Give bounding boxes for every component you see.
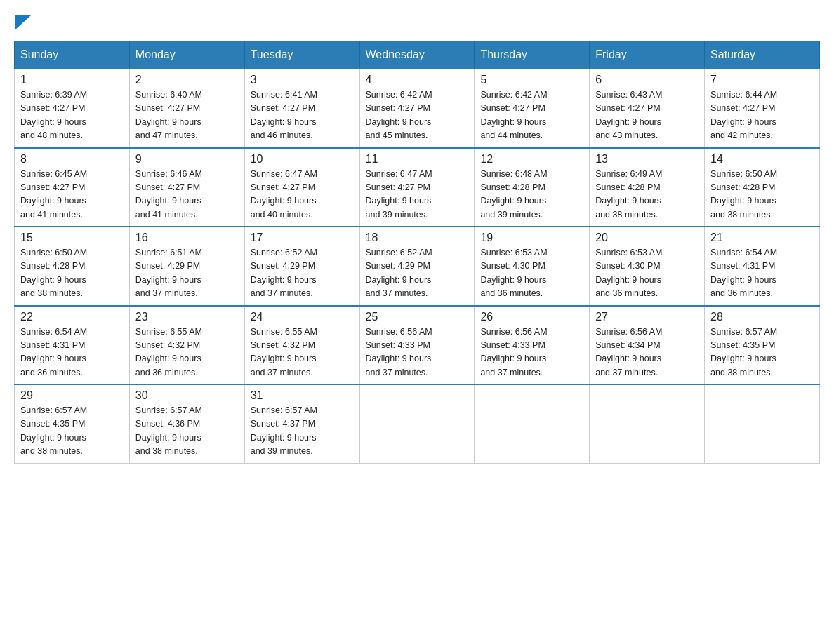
logo xyxy=(14,14,31,27)
day-info: Sunrise: 6:56 AMSunset: 4:33 PMDaylight:… xyxy=(480,326,583,380)
calendar-cell xyxy=(359,384,475,463)
day-number: 14 xyxy=(710,153,814,166)
day-info: Sunrise: 6:57 AMSunset: 4:37 PMDaylight:… xyxy=(251,404,354,459)
calendar-cell: 23Sunrise: 6:55 AMSunset: 4:32 PMDayligh… xyxy=(129,306,244,385)
day-number: 31 xyxy=(251,389,354,402)
day-info: Sunrise: 6:44 AMSunset: 4:27 PMDaylight:… xyxy=(710,88,814,143)
day-number: 4 xyxy=(366,74,469,86)
col-header-thursday: Thursday xyxy=(475,41,590,69)
calendar-cell: 22Sunrise: 6:54 AMSunset: 4:31 PMDayligh… xyxy=(15,306,130,385)
day-info: Sunrise: 6:52 AMSunset: 4:29 PMDaylight:… xyxy=(251,246,354,301)
day-info: Sunrise: 6:56 AMSunset: 4:34 PMDaylight:… xyxy=(595,326,699,380)
day-number: 24 xyxy=(251,311,354,323)
svg-marker-0 xyxy=(15,15,31,29)
calendar-cell: 30Sunrise: 6:57 AMSunset: 4:36 PMDayligh… xyxy=(129,384,244,463)
day-number: 12 xyxy=(480,153,583,166)
day-info: Sunrise: 6:57 AMSunset: 4:35 PMDaylight:… xyxy=(710,326,814,380)
col-header-wednesday: Wednesday xyxy=(359,41,475,69)
col-header-friday: Friday xyxy=(590,41,705,69)
day-info: Sunrise: 6:51 AMSunset: 4:29 PMDaylight:… xyxy=(135,246,239,301)
calendar-cell: 25Sunrise: 6:56 AMSunset: 4:33 PMDayligh… xyxy=(359,306,475,385)
day-number: 7 xyxy=(710,74,814,86)
calendar-cell: 4Sunrise: 6:42 AMSunset: 4:27 PMDaylight… xyxy=(359,69,475,148)
calendar-cell: 15Sunrise: 6:50 AMSunset: 4:28 PMDayligh… xyxy=(15,227,130,306)
day-info: Sunrise: 6:47 AMSunset: 4:27 PMDaylight:… xyxy=(366,168,469,222)
day-number: 8 xyxy=(20,153,124,166)
calendar-cell: 9Sunrise: 6:46 AMSunset: 4:27 PMDaylight… xyxy=(129,148,244,227)
day-number: 22 xyxy=(20,311,124,323)
calendar-week-3: 15Sunrise: 6:50 AMSunset: 4:28 PMDayligh… xyxy=(15,227,820,306)
calendar-cell: 1Sunrise: 6:39 AMSunset: 4:27 PMDaylight… xyxy=(15,69,130,148)
day-info: Sunrise: 6:40 AMSunset: 4:27 PMDaylight:… xyxy=(135,88,239,143)
calendar-cell: 5Sunrise: 6:42 AMSunset: 4:27 PMDaylight… xyxy=(475,69,590,148)
calendar-cell: 2Sunrise: 6:40 AMSunset: 4:27 PMDaylight… xyxy=(129,69,244,148)
day-number: 3 xyxy=(251,74,354,86)
day-info: Sunrise: 6:55 AMSunset: 4:32 PMDaylight:… xyxy=(251,326,354,380)
calendar-cell: 27Sunrise: 6:56 AMSunset: 4:34 PMDayligh… xyxy=(590,306,705,385)
day-number: 1 xyxy=(20,74,124,86)
col-header-saturday: Saturday xyxy=(705,41,820,69)
calendar-cell: 11Sunrise: 6:47 AMSunset: 4:27 PMDayligh… xyxy=(359,148,475,227)
day-number: 23 xyxy=(135,311,239,323)
logo-triangle-icon xyxy=(15,15,31,29)
day-info: Sunrise: 6:57 AMSunset: 4:36 PMDaylight:… xyxy=(135,404,239,459)
day-info: Sunrise: 6:57 AMSunset: 4:35 PMDaylight:… xyxy=(20,404,124,459)
calendar-cell: 17Sunrise: 6:52 AMSunset: 4:29 PMDayligh… xyxy=(244,227,359,306)
calendar-cell: 7Sunrise: 6:44 AMSunset: 4:27 PMDaylight… xyxy=(705,69,820,148)
calendar-cell: 18Sunrise: 6:52 AMSunset: 4:29 PMDayligh… xyxy=(359,227,475,306)
day-number: 18 xyxy=(366,232,469,244)
calendar-cell: 13Sunrise: 6:49 AMSunset: 4:28 PMDayligh… xyxy=(590,148,705,227)
col-header-sunday: Sunday xyxy=(15,41,130,69)
calendar-cell: 20Sunrise: 6:53 AMSunset: 4:30 PMDayligh… xyxy=(590,227,705,306)
day-info: Sunrise: 6:54 AMSunset: 4:31 PMDaylight:… xyxy=(20,326,124,380)
calendar-table: SundayMondayTuesdayWednesdayThursdayFrid… xyxy=(14,41,820,464)
day-number: 25 xyxy=(366,311,469,323)
calendar-cell: 21Sunrise: 6:54 AMSunset: 4:31 PMDayligh… xyxy=(705,227,820,306)
day-info: Sunrise: 6:47 AMSunset: 4:27 PMDaylight:… xyxy=(251,168,354,222)
day-number: 5 xyxy=(480,74,583,86)
day-info: Sunrise: 6:53 AMSunset: 4:30 PMDaylight:… xyxy=(595,246,699,301)
calendar-cell: 12Sunrise: 6:48 AMSunset: 4:28 PMDayligh… xyxy=(475,148,590,227)
day-number: 19 xyxy=(480,232,583,244)
calendar-cell: 19Sunrise: 6:53 AMSunset: 4:30 PMDayligh… xyxy=(475,227,590,306)
calendar-cell xyxy=(590,384,705,463)
day-info: Sunrise: 6:45 AMSunset: 4:27 PMDaylight:… xyxy=(20,168,124,222)
calendar-cell: 26Sunrise: 6:56 AMSunset: 4:33 PMDayligh… xyxy=(475,306,590,385)
day-number: 10 xyxy=(251,153,354,166)
calendar-cell: 14Sunrise: 6:50 AMSunset: 4:28 PMDayligh… xyxy=(705,148,820,227)
calendar-week-2: 8Sunrise: 6:45 AMSunset: 4:27 PMDaylight… xyxy=(15,148,820,227)
col-header-monday: Monday xyxy=(129,41,244,69)
day-number: 20 xyxy=(595,232,699,244)
day-info: Sunrise: 6:53 AMSunset: 4:30 PMDaylight:… xyxy=(480,246,583,301)
day-number: 2 xyxy=(135,74,239,86)
calendar-cell: 28Sunrise: 6:57 AMSunset: 4:35 PMDayligh… xyxy=(705,306,820,385)
calendar-cell: 16Sunrise: 6:51 AMSunset: 4:29 PMDayligh… xyxy=(129,227,244,306)
calendar-cell: 3Sunrise: 6:41 AMSunset: 4:27 PMDaylight… xyxy=(244,69,359,148)
day-number: 17 xyxy=(251,232,354,244)
day-number: 29 xyxy=(20,389,124,402)
day-info: Sunrise: 6:41 AMSunset: 4:27 PMDaylight:… xyxy=(251,88,354,143)
day-info: Sunrise: 6:55 AMSunset: 4:32 PMDaylight:… xyxy=(135,326,239,380)
day-info: Sunrise: 6:56 AMSunset: 4:33 PMDaylight:… xyxy=(366,326,469,380)
calendar-cell xyxy=(705,384,820,463)
day-number: 16 xyxy=(135,232,239,244)
day-info: Sunrise: 6:49 AMSunset: 4:28 PMDaylight:… xyxy=(595,168,699,222)
calendar-cell: 24Sunrise: 6:55 AMSunset: 4:32 PMDayligh… xyxy=(244,306,359,385)
calendar-week-4: 22Sunrise: 6:54 AMSunset: 4:31 PMDayligh… xyxy=(15,306,820,385)
calendar-week-1: 1Sunrise: 6:39 AMSunset: 4:27 PMDaylight… xyxy=(15,69,820,148)
day-number: 13 xyxy=(595,153,699,166)
calendar-cell: 29Sunrise: 6:57 AMSunset: 4:35 PMDayligh… xyxy=(15,384,130,463)
day-number: 21 xyxy=(710,232,814,244)
page-header xyxy=(14,14,820,27)
day-info: Sunrise: 6:42 AMSunset: 4:27 PMDaylight:… xyxy=(480,88,583,143)
calendar-header: SundayMondayTuesdayWednesdayThursdayFrid… xyxy=(15,41,820,69)
day-info: Sunrise: 6:50 AMSunset: 4:28 PMDaylight:… xyxy=(710,168,814,222)
calendar-week-5: 29Sunrise: 6:57 AMSunset: 4:35 PMDayligh… xyxy=(15,384,820,463)
day-info: Sunrise: 6:46 AMSunset: 4:27 PMDaylight:… xyxy=(135,168,239,222)
day-number: 9 xyxy=(135,153,239,166)
day-number: 15 xyxy=(20,232,124,244)
calendar-cell: 8Sunrise: 6:45 AMSunset: 4:27 PMDaylight… xyxy=(15,148,130,227)
col-header-tuesday: Tuesday xyxy=(244,41,359,69)
calendar-cell: 10Sunrise: 6:47 AMSunset: 4:27 PMDayligh… xyxy=(244,148,359,227)
day-number: 30 xyxy=(135,389,239,402)
